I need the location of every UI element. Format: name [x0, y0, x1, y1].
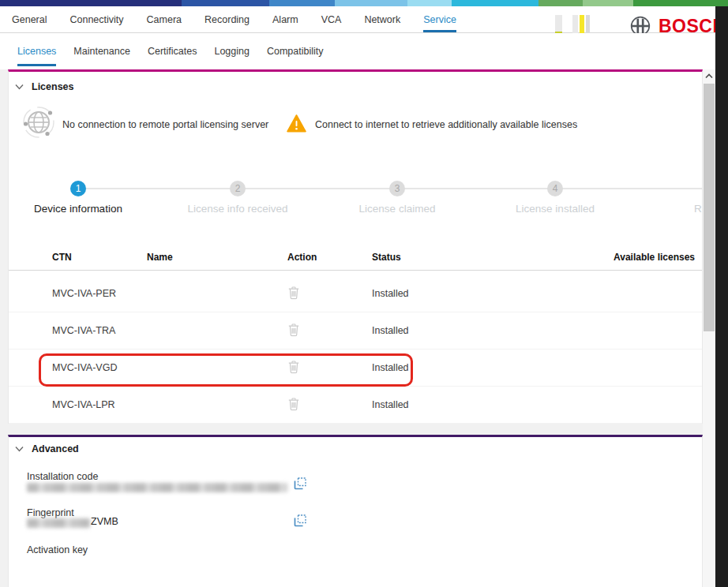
column-header-status: Status	[372, 252, 401, 263]
top-tab-connectivity[interactable]: Connectivity	[69, 8, 123, 32]
advanced-panel: Advanced Installation code Fingerprint Z…	[8, 435, 703, 587]
stepper: 1Device information2License info receive…	[9, 72, 704, 230]
copy-installation-code-button[interactable]	[293, 477, 307, 494]
status-cell: Installed	[372, 288, 409, 299]
installation-code-label: Installation code	[27, 471, 98, 482]
top-tab-service[interactable]: Service	[423, 8, 456, 32]
warning-triangle-icon	[287, 114, 306, 136]
sub-tab-logging[interactable]: Logging	[214, 36, 250, 66]
section-title: Licenses	[32, 81, 74, 92]
activation-key-label: Activation key	[27, 544, 88, 555]
table-row-mvc-iva-lpr: MVC-IVA-LPR Installed	[9, 387, 702, 424]
license-table-body: MVC-IVA-PER InstalledMVC-IVA-TRA Install…	[9, 275, 702, 424]
licenses-panel: Licenses No connection to remote portal …	[8, 69, 703, 424]
delete-license-button[interactable]	[287, 286, 300, 302]
delete-license-button[interactable]	[287, 323, 300, 339]
licenses-section-header[interactable]: Licenses	[15, 81, 74, 92]
delete-license-button[interactable]	[287, 397, 300, 413]
top-tab-general[interactable]: General	[12, 8, 47, 32]
status-cell: Installed	[372, 399, 409, 410]
step-label-2: License info received	[188, 203, 288, 215]
top-nav: GeneralConnectivityCameraRecordingAlarmV…	[12, 6, 456, 33]
table-row-mvc-iva-vgd: MVC-IVA-VGD Installed	[9, 350, 702, 387]
ctn-cell: MVC-IVA-PER	[52, 288, 116, 299]
column-header-ctn: CTN	[52, 252, 72, 263]
step-1-dot: 1	[70, 181, 86, 196]
top-tab-alarm[interactable]: Alarm	[272, 8, 298, 32]
copy-icon	[298, 515, 306, 523]
camera-config-window: GeneralConnectivityCameraRecordingAlarmV…	[0, 0, 728, 587]
table-header-divider	[9, 270, 702, 271]
sub-tab-compatibility[interactable]: Compatibility	[267, 36, 324, 66]
top-tab-camera[interactable]: Camera	[147, 8, 182, 32]
table-row-mvc-iva-tra: MVC-IVA-TRA Installed	[9, 312, 702, 350]
installation-code-redacted-value	[27, 483, 287, 492]
status-cell: Installed	[372, 325, 409, 336]
window-dark-edge	[715, 6, 728, 587]
sub-tab-certificates[interactable]: Certificates	[148, 36, 197, 66]
top-tab-vca[interactable]: VCA	[321, 8, 342, 32]
trash-icon	[287, 323, 300, 337]
scrollbar[interactable]	[703, 69, 715, 587]
step-2-dot: 2	[230, 181, 246, 196]
warning-text: Connect to internet to retrieve addition…	[315, 119, 577, 130]
section-title: Advanced	[32, 443, 79, 454]
chevron-down-icon	[15, 84, 24, 90]
bosch-supergraphic-strip	[0, 0, 728, 6]
advanced-section-header[interactable]: Advanced	[15, 443, 79, 454]
ctn-cell: MVC-IVA-VGD	[52, 362, 117, 373]
globe-network-icon	[21, 105, 56, 143]
scrollbar-thumb[interactable]	[704, 84, 715, 331]
trash-icon	[287, 360, 300, 374]
table-row-mvc-iva-per: MVC-IVA-PER Installed	[9, 275, 702, 312]
step-label-4: License installed	[516, 203, 595, 215]
step-label-3: License claimed	[359, 203, 436, 215]
step-3-dot: 3	[389, 181, 405, 196]
column-header-available-licenses: Available licenses	[614, 252, 695, 263]
trash-icon	[287, 397, 300, 411]
ctn-cell: MVC-IVA-LPR	[52, 399, 115, 410]
copy-icon	[298, 478, 306, 486]
step-4-dot: 4	[547, 181, 563, 196]
fingerprint-redacted-value	[27, 518, 90, 528]
step-label-1: Device information	[34, 203, 122, 215]
column-header-name: Name	[147, 252, 173, 263]
step-label-5: R	[694, 203, 702, 215]
fingerprint-visible-suffix: ZVMB	[91, 516, 118, 527]
top-header: GeneralConnectivityCameraRecordingAlarmV…	[0, 6, 715, 33]
ctn-cell: MVC-IVA-TRA	[52, 325, 115, 336]
top-tab-recording[interactable]: Recording	[205, 8, 250, 32]
column-header-action: Action	[287, 252, 317, 263]
license-table-header: CTN Name Action Status Available license…	[9, 252, 702, 267]
chevron-down-icon	[15, 446, 24, 452]
top-tab-network[interactable]: Network	[364, 8, 400, 32]
connection-status-text: No connection to remote portal licensing…	[62, 119, 268, 130]
chevron-up-icon	[705, 73, 713, 79]
sub-tab-maintenance[interactable]: Maintenance	[73, 36, 130, 66]
status-cell: Installed	[372, 362, 409, 373]
fingerprint-label: Fingerprint	[27, 507, 74, 518]
copy-fingerprint-button[interactable]	[293, 514, 307, 531]
trash-icon	[287, 286, 300, 300]
sub-nav: LicensesMaintenanceCertificatesLoggingCo…	[17, 33, 324, 69]
stepper-line	[86, 188, 704, 189]
subnav-bar: LicensesMaintenanceCertificatesLoggingCo…	[0, 33, 715, 69]
sub-tab-licenses[interactable]: Licenses	[17, 36, 56, 66]
scroll-up-button[interactable]	[703, 69, 715, 83]
delete-license-button[interactable]	[287, 360, 300, 376]
